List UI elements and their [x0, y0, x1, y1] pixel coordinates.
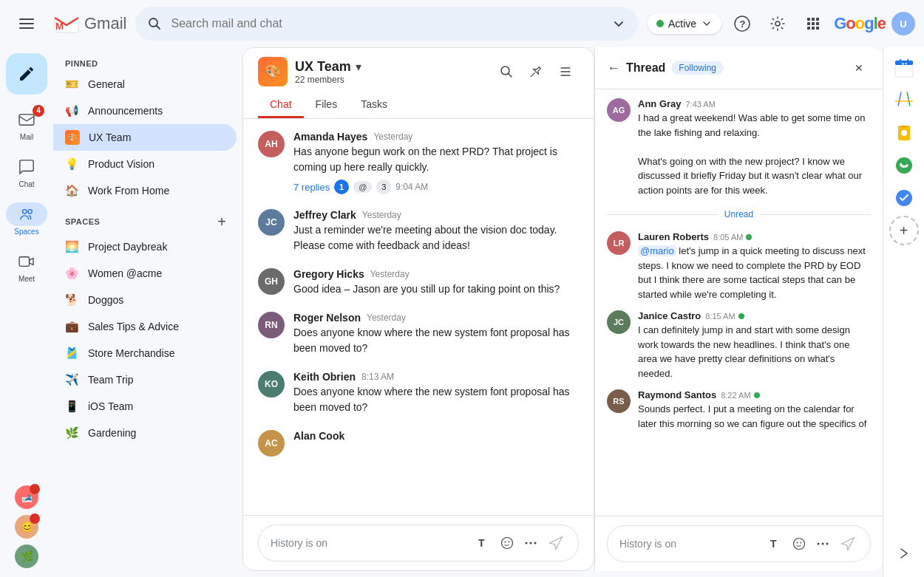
- ios-team-label: iOS Team: [88, 400, 133, 412]
- nav-meet[interactable]: Meet: [0, 242, 53, 290]
- thread-sender-name: Janice Castro: [638, 310, 701, 321]
- thread-input-box[interactable]: History is on T: [607, 525, 871, 562]
- chat-more-button[interactable]: [552, 58, 579, 85]
- nav-mail[interactable]: 4 Mail: [0, 100, 53, 148]
- phone-icon: [895, 157, 913, 174]
- thread-avatar: RS: [607, 389, 631, 413]
- right-keep-button[interactable]: [889, 118, 919, 148]
- svg-rect-24: [560, 75, 570, 76]
- input-actions: T: [475, 533, 566, 553]
- message-header: Keith Obrien 8:13 AM: [293, 371, 579, 383]
- input-send-button[interactable]: [546, 533, 566, 553]
- chat-input-box[interactable]: History is on T: [258, 525, 579, 561]
- sidebar-item-doggos[interactable]: 🐕 Doggos: [53, 287, 237, 313]
- tab-tasks[interactable]: Tasks: [349, 92, 399, 118]
- svg-rect-47: [902, 126, 906, 128]
- input-more-button[interactable]: [522, 534, 540, 552]
- svg-rect-10: [816, 18, 819, 21]
- svg-rect-13: [816, 22, 819, 25]
- chat-input-placeholder: History is on: [271, 537, 327, 549]
- reply-at-badge[interactable]: @: [353, 181, 372, 193]
- thread-message-text: @mario let's jump in a quick meeting to …: [638, 244, 871, 301]
- hamburger-button[interactable]: [0, 6, 53, 41]
- help-button[interactable]: ?: [727, 9, 757, 38]
- user-avatar[interactable]: U: [891, 12, 915, 35]
- sidebar-item-announcements[interactable]: 📢 Announcements: [53, 98, 237, 124]
- search-bar[interactable]: [135, 7, 638, 41]
- thread-message-content: Raymond Santos 8:22 AM Sounds perfect. I…: [638, 389, 871, 434]
- team-dropdown-icon[interactable]: ▾: [356, 60, 361, 74]
- bottom-avatar-2[interactable]: 😊: [15, 515, 38, 539]
- sidebar-item-store-merchandise[interactable]: 🎽 Store Merchandise: [53, 340, 237, 366]
- tasks-icon: [895, 189, 913, 207]
- sidebar-item-project-daybreak[interactable]: 🌅 Project Daybreak: [53, 233, 237, 260]
- chat-pin-button[interactable]: [523, 58, 549, 85]
- sidebar-item-sales-tips[interactable]: 💼 Sales Tips & Advice: [53, 313, 237, 340]
- sidebar-item-women-acme[interactable]: 🌸 Women @acme: [53, 260, 237, 287]
- chat-search-button[interactable]: [493, 58, 520, 85]
- tab-files[interactable]: Files: [304, 92, 350, 118]
- right-calendar-button[interactable]: 31: [889, 53, 919, 83]
- sidebar-item-team-trip[interactable]: ✈️ Team Trip: [53, 366, 237, 393]
- table-row: AC Alan Cook: [258, 430, 579, 457]
- bottom-avatar-3[interactable]: 🌿: [15, 544, 38, 568]
- team-logo-icon: 🎨: [258, 57, 288, 86]
- apps-icon: [805, 16, 821, 32]
- svg-point-28: [509, 542, 510, 543]
- svg-rect-42: [900, 59, 901, 63]
- sidebar-item-work-from-home[interactable]: 🏠 Work From Home: [53, 177, 237, 204]
- meet-icon: [18, 255, 35, 268]
- right-collapse-button[interactable]: [889, 539, 919, 568]
- thread-message-content: Lauren Roberts 8:05 AM @mario let's jump…: [638, 231, 871, 301]
- team-name-row: UX Team ▾: [295, 59, 361, 75]
- team-name: UX Team: [295, 59, 351, 75]
- sidebar-item-ios-team[interactable]: 📱 iOS Team: [53, 393, 237, 420]
- thread-close-button[interactable]: ✕: [847, 56, 871, 80]
- tab-chat[interactable]: Chat: [258, 92, 304, 118]
- sidebar-item-ux-team[interactable]: 🎨 UX Team: [53, 124, 237, 151]
- unread-line-left: [607, 214, 719, 215]
- input-format-button[interactable]: T: [475, 534, 492, 552]
- search-input[interactable]: [171, 17, 602, 30]
- gmail-logo: M Gmail: [53, 13, 126, 34]
- calendar-icon: 31: [894, 58, 914, 78]
- right-drive-button[interactable]: [889, 86, 919, 115]
- thread-emoji-button[interactable]: [790, 535, 808, 553]
- following-badge: Following: [671, 61, 724, 75]
- apps-button[interactable]: [798, 9, 828, 38]
- svg-point-19: [28, 209, 33, 214]
- thread-send-button[interactable]: [838, 533, 858, 554]
- bottom-avatar-1[interactable]: 🎿: [15, 485, 38, 509]
- svg-point-31: [534, 542, 537, 544]
- svg-rect-12: [812, 22, 815, 25]
- svg-point-38: [826, 543, 829, 545]
- avatar: GH: [258, 268, 285, 295]
- right-add-button[interactable]: +: [889, 216, 919, 245]
- nav-chat[interactable]: Chat: [0, 148, 53, 195]
- help-icon: ?: [734, 16, 750, 32]
- thread-back-button[interactable]: ←: [607, 61, 620, 76]
- message-content: Roger Nelson Yesterday Does anyone know …: [293, 312, 579, 356]
- sidebar-item-general[interactable]: 🎫 General: [53, 71, 237, 98]
- compose-button[interactable]: [6, 53, 47, 95]
- thread-more-button[interactable]: [814, 535, 832, 553]
- input-emoji-button[interactable]: [498, 534, 516, 552]
- work-from-home-icon: 🏠: [65, 184, 79, 197]
- thread-format-button[interactable]: T: [767, 535, 784, 553]
- nav-spaces[interactable]: Spaces: [0, 195, 53, 242]
- svg-point-18: [23, 209, 27, 214]
- sidebar-item-product-vision[interactable]: 💡 Product Vision: [53, 151, 237, 177]
- menu-icon[interactable]: [9, 6, 44, 41]
- active-status-button[interactable]: Active: [648, 13, 721, 34]
- reply-time: 9:04 AM: [395, 182, 428, 192]
- right-phone-button[interactable]: [889, 151, 919, 180]
- settings-button[interactable]: [763, 9, 792, 38]
- sidebar-item-gardening[interactable]: 🌿 Gardening: [53, 420, 237, 446]
- message-sender: Amanda Hayes: [293, 131, 367, 143]
- replies-link[interactable]: 7 replies: [293, 182, 330, 193]
- search-dropdown-icon[interactable]: [611, 16, 626, 31]
- svg-point-30: [530, 542, 532, 544]
- right-tasks-button[interactable]: [889, 183, 919, 213]
- add-space-button[interactable]: +: [213, 213, 231, 231]
- thread-message-content: Ann Gray 7:43 AM I had a great weekend! …: [638, 98, 871, 197]
